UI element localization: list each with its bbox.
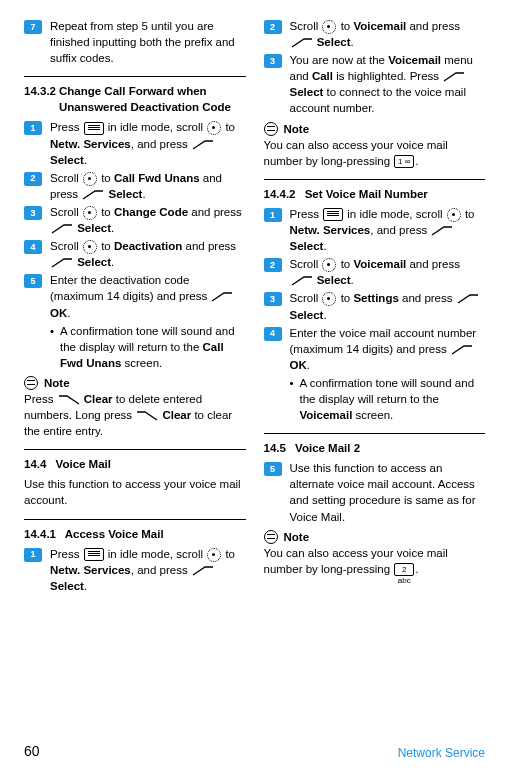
avm-step-2: 2 Scroll to Voicemail and press Select. <box>264 18 486 50</box>
bullet: • A confirmation tone will sound and the… <box>50 323 246 371</box>
para-14-4: Use this function to access your voice m… <box>24 476 246 508</box>
nav-key-icon <box>322 20 336 34</box>
heading-14-4-2: 14.4.2 Set Voice Mail Number <box>264 186 486 202</box>
step-text: Repeat from step 5 until you are finishe… <box>50 18 246 66</box>
sv-step-2: 2 Scroll to Voicemail and press Select. <box>264 256 486 288</box>
sv-step-4: 4 Enter the voice mail account number (m… <box>264 325 486 373</box>
step-badge: 4 <box>264 327 282 341</box>
divider <box>24 76 246 77</box>
step-badge: 2 <box>24 172 42 186</box>
divider <box>264 179 486 180</box>
nav-key-icon <box>322 258 336 272</box>
step-5: 5 Enter the deactivation code (maximum 1… <box>24 272 246 320</box>
softkey-left-icon <box>443 72 465 82</box>
softkey-left-icon <box>291 38 313 48</box>
vm2-step: 5 Use this function to access an alterna… <box>264 460 486 524</box>
note-icon <box>264 530 278 544</box>
softkey-left-icon <box>291 276 313 286</box>
nav-key-icon <box>447 208 461 222</box>
step-4: 4 Scroll to Deactivation and press Selec… <box>24 238 246 270</box>
step-2: 2 Scroll to Call Fwd Unans and press Sel… <box>24 170 246 202</box>
step-1: 1 Press in idle mode, scroll to Netw. Se… <box>24 119 246 167</box>
step-badge: 3 <box>24 206 42 220</box>
step-badge: 1 <box>24 121 42 135</box>
step-badge: 1 <box>264 208 282 222</box>
sv-step-3: 3 Scroll to Settings and press Select. <box>264 290 486 322</box>
note-text: You can also access your voice mail numb… <box>264 545 486 577</box>
menu-key-icon <box>84 548 104 561</box>
step-badge: 5 <box>24 274 42 288</box>
key-2-icon: 2 abc <box>394 563 414 576</box>
softkey-left-icon <box>51 224 73 234</box>
note-text: You can also access your voice mail numb… <box>264 137 486 169</box>
softkey-left-icon <box>82 190 104 200</box>
nav-key-icon <box>207 548 221 562</box>
note-heading: Note <box>264 121 486 137</box>
divider <box>264 433 486 434</box>
nav-key-icon <box>83 172 97 186</box>
left-column: 7 Repeat from step 5 until you are finis… <box>24 18 246 734</box>
softkey-right-icon <box>136 411 158 421</box>
softkey-left-icon <box>451 345 473 355</box>
nav-key-icon <box>207 121 221 135</box>
softkey-left-icon <box>457 294 479 304</box>
nav-key-icon <box>83 206 97 220</box>
heading-14-3-2: 14.3.2 Change Call Forward when Unanswer… <box>24 83 246 115</box>
avm-step-1: 1 Press in idle mode, scroll to Netw. Se… <box>24 546 246 594</box>
step-3: 3 Scroll to Change Code and press Select… <box>24 204 246 236</box>
nav-key-icon <box>322 292 336 306</box>
step-text: Press in idle mode, scroll to Netw. Serv… <box>50 119 246 167</box>
softkey-left-icon <box>192 566 214 576</box>
section-name: Network Service <box>398 745 485 762</box>
note-heading: Note <box>264 529 486 545</box>
note-text: Press Clear to delete entered numbers. L… <box>24 391 246 439</box>
softkey-left-icon <box>192 140 214 150</box>
step-badge: 5 <box>264 462 282 476</box>
heading-14-4: 14.4 Voice Mail <box>24 456 246 472</box>
note-heading: Note <box>24 375 246 391</box>
menu-key-icon <box>84 122 104 135</box>
nav-key-icon <box>83 240 97 254</box>
sv-step-1: 1 Press in idle mode, scroll to Netw. Se… <box>264 206 486 254</box>
divider <box>24 449 246 450</box>
menu-key-icon <box>323 208 343 221</box>
step-badge: 4 <box>24 240 42 254</box>
bullet: • A confirmation tone will sound and the… <box>290 375 486 423</box>
right-column: 2 Scroll to Voicemail and press Select. … <box>264 18 486 734</box>
step-badge: 2 <box>264 20 282 34</box>
manual-page: 7 Repeat from step 5 until you are finis… <box>0 0 509 776</box>
key-1-icon: 1 ∞ <box>394 155 414 168</box>
step-badge: 7 <box>24 20 42 34</box>
step-7: 7 Repeat from step 5 until you are finis… <box>24 18 246 66</box>
content-columns: 7 Repeat from step 5 until you are finis… <box>24 18 485 734</box>
note-icon <box>24 376 38 390</box>
step-badge: 2 <box>264 258 282 272</box>
step-badge: 3 <box>264 292 282 306</box>
avm-step-3: 3 You are now at the Voicemail menu and … <box>264 52 486 116</box>
softkey-right-icon <box>58 395 80 405</box>
note-icon <box>264 122 278 136</box>
divider <box>24 519 246 520</box>
heading-14-4-1: 14.4.1 Access Voice Mail <box>24 526 246 542</box>
heading-14-5: 14.5 Voice Mail 2 <box>264 440 486 456</box>
step-badge: 1 <box>24 548 42 562</box>
page-number: 60 <box>24 742 40 762</box>
softkey-left-icon <box>51 258 73 268</box>
step-badge: 3 <box>264 54 282 68</box>
page-footer: 60 Network Service <box>24 734 485 762</box>
softkey-left-icon <box>211 292 233 302</box>
softkey-left-icon <box>431 226 453 236</box>
